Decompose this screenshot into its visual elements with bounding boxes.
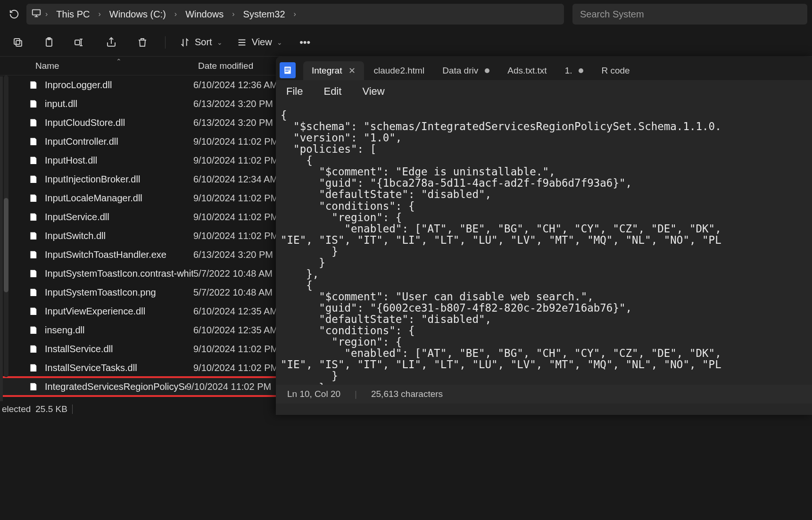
file-date: 6/10/2024 12:34 AM [193,174,288,185]
chevron-right-icon[interactable]: › [230,7,236,21]
view-icon [237,37,247,48]
menu-view[interactable]: View [362,85,384,98]
breadcrumb[interactable]: › This PC › Windows (C:) › Windows › Sys… [26,4,564,25]
file-name: InputSystemToastIcon.contrast-white.png [45,268,193,279]
chevron-right-icon[interactable]: › [96,7,102,21]
chevron-right-icon[interactable]: › [292,7,298,21]
file-name: InputLocaleManager.dll [45,193,193,204]
paste-button[interactable] [41,34,58,51]
file-icon: 📄 [26,345,40,353]
status-selected: elected [2,404,31,414]
tab-label: Ads.txt.txt [507,66,547,76]
notepad-tab[interactable]: Data driv [434,61,498,80]
svg-rect-0 [33,9,41,15]
file-date: 5/7/2022 10:48 AM [193,268,288,279]
separator [72,404,73,414]
file-icon: 📄 [26,175,40,183]
notepad-tab[interactable]: Integrat✕ [303,61,364,80]
notepad-status-bar: Ln 10, Col 20 | 25,613 characters [276,385,812,404]
delete-button[interactable] [134,34,151,51]
file-name: InputInjectionBroker.dll [45,174,193,185]
modified-dot-icon [579,68,583,73]
search-placeholder: Search System [580,9,644,20]
crumb-this-pc[interactable]: This PC [51,6,94,23]
more-button[interactable]: ••• [297,34,314,51]
crumb-drive-c[interactable]: Windows (C:) [105,6,171,23]
trash-icon [137,37,148,48]
notepad-tab[interactable]: Ads.txt.txt [499,61,555,80]
menu-file[interactable]: File [286,85,303,98]
sort-asc-icon: ⌃ [116,58,122,65]
file-date: 9/10/2024 11:02 PM [193,363,288,373]
chevron-right-icon[interactable]: › [43,7,50,21]
copy-button[interactable] [9,34,26,51]
file-name: InputService.dll [45,212,193,223]
file-icon: 📄 [26,119,40,126]
file-date: 6/10/2024 12:35 AM [193,325,288,336]
file-name: InstallService.dll [45,344,193,355]
notepad-tab[interactable]: 1. [556,61,592,80]
column-date-modified[interactable]: Date modified [193,61,288,71]
file-name: InstallServiceTasks.dll [45,363,193,373]
toolbar: Sort ⌄ View ⌄ ••• [0,28,812,57]
rename-button[interactable] [72,34,89,51]
separator: | [355,389,357,399]
status-char-count: 25,613 characters [371,389,443,399]
file-icon: 📄 [26,157,40,164]
file-date: 6/13/2024 3:20 PM [193,99,288,109]
nav-pane-edge[interactable] [0,76,3,402]
status-size: 25.5 KB [35,404,67,414]
notepad-app-icon [280,62,296,78]
file-icon: 📄 [26,307,40,315]
chevron-right-icon[interactable]: › [173,7,179,21]
file-icon: 📄 [26,100,40,107]
view-button[interactable]: View ⌄ [237,37,282,48]
file-date: 9/10/2024 11:02 PM [193,193,288,204]
file-date: 9/10/2024 11:02 PM [186,381,281,392]
file-date: 9/10/2024 11:02 PM [193,231,288,241]
svg-rect-2 [14,39,20,44]
sort-button[interactable]: Sort ⌄ [180,37,223,48]
file-name: InputSwitchToastHandler.exe [45,249,193,260]
view-label: View [252,37,272,48]
notepad-tab[interactable]: claude2.html [365,61,433,80]
close-icon[interactable]: ✕ [348,66,356,76]
column-name[interactable]: Name [35,61,59,71]
search-input[interactable]: Search System [572,4,807,25]
file-icon: 📄 [26,289,40,296]
ellipsis-icon: ••• [299,36,310,49]
file-date: 9/10/2024 11:02 PM [193,212,288,223]
crumb-system32[interactable]: System32 [239,6,290,23]
separator [165,36,166,49]
file-date: 6/13/2024 3:20 PM [193,249,288,260]
file-name: InputCloudStore.dll [45,117,193,128]
tab-label: R code [601,66,630,76]
file-name: InputSwitch.dll [45,231,193,241]
file-name: IntegratedServicesRegionPolicySet.json [45,381,186,392]
notepad-menu: File Edit View [276,80,812,103]
file-date: 6/10/2024 12:36 AM [193,80,288,91]
file-icon: 📄 [26,213,40,221]
refresh-icon [9,9,19,19]
file-icon: 📄 [26,138,40,145]
svg-rect-8 [285,69,290,70]
file-name: input.dll [45,99,193,109]
svg-rect-1 [16,41,22,46]
notepad-tab[interactable]: R code [593,61,638,80]
file-name: InprocLogger.dll [45,80,193,91]
notepad-tab-bar: Integrat✕claude2.htmlData drivAds.txt.tx… [276,57,812,80]
scrollbar-thumb[interactable] [4,198,8,292]
share-button[interactable] [103,34,120,51]
file-icon: 📄 [26,81,40,89]
modified-dot-icon [485,68,489,73]
sort-icon [180,37,190,48]
crumb-windows[interactable]: Windows [181,6,228,23]
file-icon: 📄 [26,232,40,239]
file-date: 9/10/2024 11:02 PM [193,155,288,166]
refresh-button[interactable] [5,5,24,24]
chevron-down-icon: ⌄ [277,39,282,46]
menu-edit[interactable]: Edit [323,85,341,98]
tab-label: claude2.html [373,66,424,76]
notepad-editor[interactable]: { "$schema": "schemas/IntegratedServices… [276,103,812,385]
copy-icon [12,37,24,48]
